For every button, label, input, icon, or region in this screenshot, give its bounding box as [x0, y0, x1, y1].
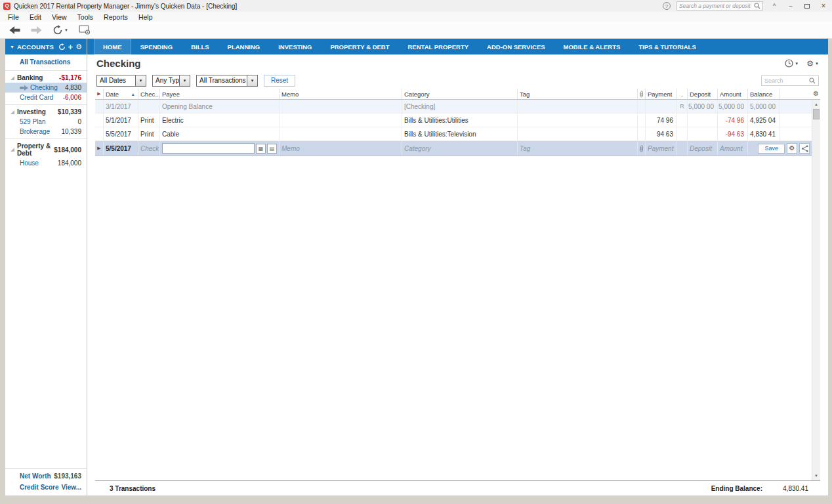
sidebar-item-checking[interactable]: Checking 4,830 — [5, 83, 87, 93]
column-category[interactable]: Category — [402, 89, 518, 99]
menu-edit[interactable]: Edit — [24, 13, 47, 21]
menu-reports[interactable]: Reports — [98, 13, 133, 21]
accounts-refresh-button[interactable] — [58, 43, 66, 51]
date-filter-select[interactable]: All Dates ▼ — [96, 75, 146, 87]
update-button[interactable]: ▼ — [52, 25, 68, 35]
tab-investing[interactable]: INVESTING — [269, 39, 321, 54]
forward-button[interactable] — [31, 26, 42, 34]
column-deposit[interactable]: Deposit — [688, 89, 718, 99]
accounts-settings-button[interactable]: ⚙ — [75, 43, 82, 51]
new-category-field[interactable]: Category — [402, 141, 518, 156]
payee-address-book-button[interactable]: ▤ — [267, 144, 277, 154]
payee-report-button[interactable]: ▦ — [256, 144, 266, 154]
accounts-collapse-icon[interactable]: ▼ — [10, 45, 14, 49]
transaction-settings-button[interactable]: ⚙ — [787, 143, 797, 154]
new-check-field[interactable]: Check # — [138, 141, 160, 156]
column-balance[interactable]: Balance — [748, 89, 780, 99]
restore-button[interactable] — [802, 1, 812, 10]
close-button[interactable]: ✕ — [818, 1, 829, 10]
help-icon[interactable]: ? — [663, 2, 671, 10]
tab-rental-property[interactable]: RENTAL PROPERTY — [399, 39, 478, 54]
sidebar-item-brokerage[interactable]: Brokerage 10,339 — [5, 127, 87, 136]
back-button[interactable] — [9, 26, 20, 34]
scrollbar-track[interactable]: ▲ ▼ — [812, 100, 820, 480]
column-payment[interactable]: Payment — [646, 89, 677, 99]
tab-mobile-alerts[interactable]: MOBILE & ALERTS — [554, 39, 630, 54]
menu-help[interactable]: Help — [133, 13, 158, 21]
scroll-down-button[interactable]: ▼ — [812, 471, 820, 480]
new-attachment-button[interactable] — [638, 141, 646, 156]
new-deposit-field[interactable]: Deposit — [688, 141, 718, 156]
scrollbar-thumb[interactable] — [813, 109, 820, 119]
register-columns-button[interactable]: ⚙ — [812, 89, 820, 100]
transaction-row[interactable]: 5/5/2017 Print Cable Bills & Utilities:T… — [95, 127, 812, 141]
new-payment-field[interactable]: Payment — [646, 141, 677, 156]
collapse-window-button[interactable]: ^ — [769, 1, 780, 10]
tab-spending[interactable]: SPENDING — [131, 39, 182, 54]
sidebar-group-property-debt[interactable]: Property & Debt $184,000 — [5, 141, 87, 158]
search-icon[interactable] — [809, 77, 816, 84]
scrollbar-space[interactable] — [812, 119, 820, 471]
account-balance: 0 — [77, 118, 81, 125]
new-clr-cell — [677, 141, 688, 156]
sidebar-item-house[interactable]: House 184,000 — [5, 158, 87, 168]
sidebar-group-investing[interactable]: Investing $10,339 — [5, 107, 87, 117]
dropdown-caret-icon[interactable]: ▼ — [135, 75, 146, 86]
transaction-row[interactable]: 5/1/2017 Print Electric Bills & Utilitie… — [95, 114, 812, 127]
sidebar-item-529-plan[interactable]: 529 Plan 0 — [5, 117, 87, 127]
credit-score-view-link[interactable]: View... — [61, 484, 81, 491]
menu-file[interactable]: File — [3, 13, 24, 21]
sidebar-group-banking[interactable]: Banking -$1,176 — [5, 73, 87, 83]
column-memo[interactable]: Memo — [280, 89, 402, 99]
sidebar-item-credit-card[interactable]: Credit Card -6,006 — [5, 93, 87, 102]
column-clr[interactable]: . — [677, 89, 688, 99]
column-date[interactable]: Date▲ — [104, 89, 138, 99]
minimize-button[interactable]: – — [785, 1, 796, 10]
new-tag-field[interactable]: Tag — [518, 141, 638, 156]
tab-planning[interactable]: PLANNING — [218, 39, 270, 54]
new-transaction-row[interactable]: ▶ 5/5/2017 Check # ▦ ▤ Memo Category — [95, 141, 812, 156]
net-worth-row[interactable]: Net Worth $193,163 — [5, 471, 87, 482]
split-transaction-button[interactable] — [799, 143, 810, 154]
scroll-up-button[interactable]: ▲ — [812, 100, 820, 109]
transaction-row[interactable]: 3/1/2017 Opening Balance [Checking] R 5,… — [95, 100, 812, 114]
tab-home[interactable]: HOME — [94, 39, 131, 54]
register-search-input[interactable] — [764, 77, 807, 84]
group-collapse-icon[interactable] — [10, 76, 14, 80]
register-actions-button[interactable]: ⚙ ▼ — [806, 60, 819, 68]
global-search-input[interactable] — [679, 3, 754, 9]
tab-add-on-services[interactable]: ADD-ON SERVICES — [478, 39, 554, 54]
reset-filters-button[interactable]: Reset — [264, 75, 295, 87]
column-payee[interactable]: Payee — [160, 89, 280, 99]
search-icon[interactable] — [754, 3, 760, 9]
update-dropdown-caret-icon[interactable]: ▼ — [64, 28, 68, 32]
tab-tips-tutorials[interactable]: TIPS & TUTORIALS — [629, 39, 705, 54]
menu-tools[interactable]: Tools — [72, 13, 99, 21]
customize-toolbar-button[interactable] — [79, 25, 91, 35]
sidebar-item-all-transactions[interactable]: All Transactions — [5, 57, 87, 68]
new-memo-field[interactable]: Memo — [280, 141, 402, 156]
type-filter-select[interactable]: Any Type ▼ — [152, 75, 190, 87]
tab-bills[interactable]: BILLS — [182, 39, 218, 54]
add-account-button[interactable]: + — [68, 42, 73, 52]
transactions-filter-select[interactable]: All Transactions ▼ — [196, 75, 258, 87]
new-payee-input[interactable] — [162, 143, 255, 154]
column-amount[interactable]: Amount — [718, 89, 748, 99]
column-check-number[interactable]: Chec... — [138, 89, 160, 99]
new-date-field[interactable]: 5/5/2017 — [104, 141, 138, 156]
column-tag[interactable]: Tag — [518, 89, 638, 99]
credit-score-row[interactable]: Credit Score View... — [5, 482, 87, 493]
group-collapse-icon[interactable] — [10, 110, 14, 114]
menu-view[interactable]: View — [47, 13, 72, 21]
save-button[interactable]: Save — [758, 144, 785, 154]
account-balance: -6,006 — [63, 94, 81, 101]
register-empty-area[interactable] — [95, 156, 812, 480]
reminders-menu-button[interactable]: ▼ — [785, 59, 799, 68]
dropdown-caret-icon[interactable]: ▼ — [179, 75, 190, 86]
dropdown-caret-icon[interactable]: ▼ — [247, 75, 257, 86]
cell-attachment — [638, 100, 646, 113]
group-collapse-icon[interactable] — [10, 148, 14, 152]
new-amount-field[interactable]: Amount — [718, 141, 748, 156]
tab-property-debt[interactable]: PROPERTY & DEBT — [321, 39, 398, 54]
account-balance: 4,830 — [65, 84, 81, 91]
